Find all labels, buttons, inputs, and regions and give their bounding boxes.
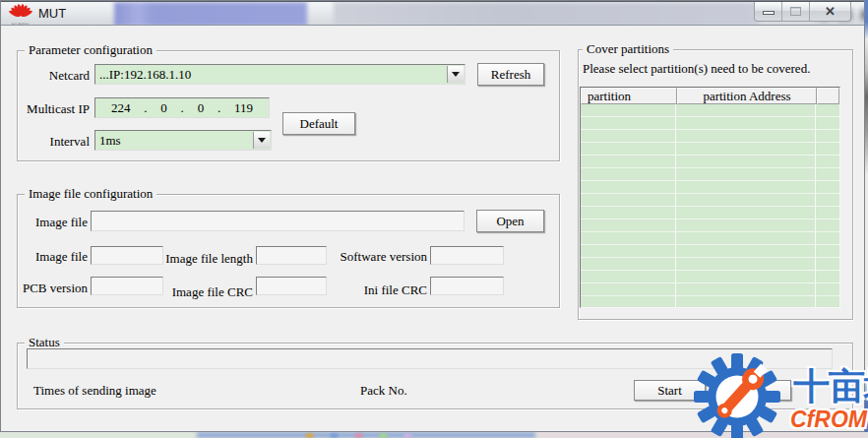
chevron-down-icon <box>258 138 266 143</box>
group-title: Cover partitions <box>583 42 673 56</box>
image-file-crc-value <box>257 278 326 282</box>
client-area: Parameter configuration Netcard ...IP:19… <box>1 26 864 431</box>
background-dot <box>305 433 314 438</box>
netcard-value: ...IP:192.168.1.10 <box>95 65 465 84</box>
image-file-path-field[interactable] <box>91 211 465 231</box>
close-button[interactable]: ✕ <box>810 2 850 21</box>
software-version-value <box>431 247 503 251</box>
image-file-path-value <box>92 212 464 216</box>
partition-cell <box>676 271 816 282</box>
partition-cell <box>676 156 816 167</box>
ip-octet: 0 <box>198 100 205 116</box>
partition-cell <box>816 271 839 282</box>
group-title: Status <box>25 336 64 349</box>
status-message-value <box>28 349 832 353</box>
image-file-name-label: Image file <box>19 249 88 265</box>
partition-cell <box>581 271 676 282</box>
partition-cell <box>676 117 816 129</box>
background-strip <box>0 432 868 438</box>
multicast-ip-field[interactable]: 224 . 0 . 0 . 119 <box>94 97 270 118</box>
close-icon: ✕ <box>825 5 836 18</box>
partition-cell <box>676 130 816 142</box>
screen: HUAWEI MUT ✕ Parameter configuration <box>0 0 868 438</box>
image-file-length-field <box>256 246 327 265</box>
partition-table[interactable]: partition partition Address <box>580 87 840 308</box>
partition-cell <box>581 104 676 116</box>
netcard-dropdown-button[interactable] <box>447 66 464 83</box>
maximize-button[interactable] <box>782 2 810 21</box>
times-of-sending-label: Times of sending image <box>33 383 156 399</box>
maximize-icon <box>790 7 801 16</box>
pcb-version-label: PCB version <box>17 281 88 296</box>
partition-cell <box>816 194 839 206</box>
partition-cell <box>676 283 816 295</box>
image-file-crc-label: Image file CRC <box>149 284 253 300</box>
chevron-down-icon <box>452 72 460 77</box>
partition-cell <box>676 168 816 180</box>
ip-octet: 0 <box>160 100 167 116</box>
refresh-button[interactable]: Refresh <box>477 63 544 86</box>
partition-row <box>581 245 839 258</box>
partition-cell <box>581 283 676 295</box>
ip-dot: . <box>144 100 147 116</box>
partition-table-header: partition partition Address <box>581 88 839 104</box>
interval-label: Interval <box>21 134 90 150</box>
partition-cell <box>581 296 676 307</box>
ini-file-crc-label: Ini file CRC <box>326 282 427 298</box>
partition-row <box>581 207 839 219</box>
partition-cell <box>581 168 676 180</box>
interval-dropdown-button[interactable] <box>253 132 270 149</box>
partition-cell <box>581 245 676 257</box>
partition-cell <box>676 104 816 116</box>
group-title: Parameter configuration <box>25 43 156 57</box>
ip-octet: 224 <box>111 100 131 116</box>
partition-row <box>581 232 839 245</box>
partition-column-header[interactable]: partition <box>581 88 677 104</box>
software-version-label: Software version <box>326 249 427 265</box>
ini-file-crc-value <box>431 278 503 282</box>
partition-row <box>581 168 839 181</box>
pack-no-label: Pack No. <box>360 383 407 399</box>
stop-button[interactable]: Stop <box>720 380 791 401</box>
partition-table-body[interactable] <box>581 104 839 307</box>
image-file-length-value <box>257 247 326 251</box>
partition-cell <box>816 219 839 231</box>
background-dot <box>354 433 363 438</box>
partition-cell <box>676 194 816 206</box>
empty-column-header[interactable] <box>817 88 839 104</box>
partition-cell <box>816 168 839 180</box>
background-dot <box>330 433 339 438</box>
background-dot <box>379 433 388 438</box>
partition-cell <box>581 219 676 231</box>
minimize-button[interactable] <box>755 2 782 21</box>
partition-row <box>581 181 839 194</box>
software-version-field <box>430 246 504 265</box>
image-file-length-label: Image file length <box>149 251 253 267</box>
open-button[interactable]: Open <box>476 210 544 232</box>
status-message-field <box>27 348 833 369</box>
partition-cell <box>676 232 816 244</box>
partition-cell <box>581 207 676 219</box>
partition-cell <box>816 245 839 257</box>
partition-cell <box>816 104 839 116</box>
interval-combobox[interactable]: 1ms <box>94 130 272 151</box>
titlebar[interactable]: HUAWEI MUT ✕ <box>1 1 864 26</box>
partition-cell <box>816 130 839 142</box>
image-file-path-label: Image file <box>19 215 88 230</box>
ip-dot: . <box>217 100 220 116</box>
ip-dot: . <box>181 100 184 116</box>
partition-cell <box>816 181 839 193</box>
netcard-combobox[interactable]: ...IP:192.168.1.10 <box>94 64 465 85</box>
default-button[interactable]: Default <box>282 112 355 135</box>
partition-cell <box>676 219 816 231</box>
partition-cell <box>581 143 676 155</box>
partition-cell <box>676 143 816 155</box>
partition-cell <box>581 232 676 244</box>
partition-cell <box>816 258 839 270</box>
partition-address-column-header[interactable]: partition Address <box>677 88 817 104</box>
group-title: Image file configuration <box>25 187 156 201</box>
background-window-blur <box>114 2 307 26</box>
start-button[interactable]: Start <box>634 380 706 401</box>
background-window-blur <box>334 2 759 26</box>
image-file-crc-field <box>256 277 327 295</box>
